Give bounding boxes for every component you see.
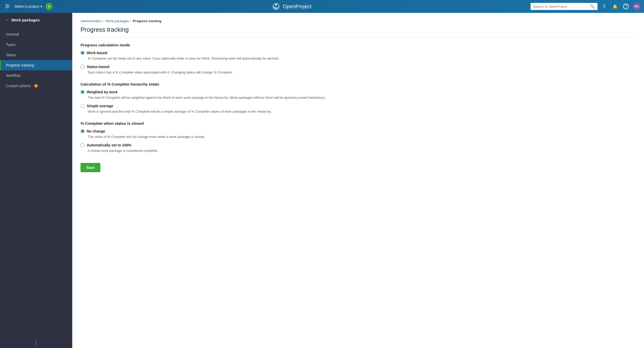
section-title-progress-calculation-mode: Progress calculation mode (81, 43, 636, 47)
radio-no-change[interactable] (81, 129, 85, 133)
openproject-logo-icon (271, 2, 281, 11)
breadcrumb-sep-2: / (130, 19, 131, 23)
radio-auto-100[interactable] (81, 143, 85, 147)
bell-icon: 🔔 (613, 4, 618, 9)
sidebar-nav: General Types Status Progress tracking W… (0, 27, 72, 337)
breadcrumb-sep-1: / (103, 19, 104, 23)
hamburger-icon: ☰ (5, 4, 9, 9)
avatar[interactable]: OA (633, 2, 641, 11)
desc-status-based: Each status has a % Complete value assoc… (88, 70, 636, 75)
breadcrumb-current: Progress tracking (133, 19, 162, 23)
label-simple-average[interactable]: Simple average (87, 104, 113, 108)
sidebar-item-status[interactable]: Status (0, 50, 72, 60)
help-circle-icon: ? (623, 4, 629, 9)
desc-no-change: The value of % Complete will not change … (88, 134, 636, 139)
resize-icon: ‖ (35, 340, 37, 345)
radio-simple-average[interactable] (81, 104, 85, 108)
breadcrumb-work-packages-link[interactable]: Work packages (106, 19, 129, 23)
label-work-based[interactable]: Work-based (87, 51, 107, 55)
add-icon: + (47, 4, 51, 9)
search-input[interactable] (533, 5, 588, 9)
hamburger-menu-button[interactable]: ☰ (3, 2, 11, 11)
section-hierarchy-totals: Calculation of % Complete hierarchy tota… (81, 82, 636, 114)
logo-text: OpenProject (283, 4, 311, 10)
sidebar-item-general-label: General (6, 32, 19, 36)
desc-auto-100: A closed work package is considered comp… (88, 148, 636, 153)
option-simple-average: Simple average Work is ignored and the t… (81, 104, 636, 114)
sidebar-item-progress-tracking-label: Progress tracking (6, 63, 34, 67)
sidebar-resize-handle[interactable]: ‖ (0, 337, 72, 348)
desc-work-based: % Complete can be freely set to any valu… (88, 56, 636, 61)
search-box[interactable]: 🔍 (530, 3, 598, 10)
apps-grid-icon: ⠿ (603, 4, 606, 9)
back-arrow-icon: ← (5, 18, 9, 22)
label-weighted-by-work[interactable]: Weighted by work (87, 90, 118, 94)
help-button[interactable]: ? (622, 2, 630, 11)
radio-status-based[interactable] (81, 65, 85, 69)
option-work-based: Work-based % Complete can be freely set … (81, 51, 636, 61)
notifications-button[interactable]: 🔔 (611, 2, 619, 11)
option-weighted-by-work: Weighted by work The total % Complete wi… (81, 90, 636, 100)
section-progress-calculation-mode: Progress calculation mode Work-based % C… (81, 43, 636, 75)
avatar-initials: OA (634, 5, 639, 8)
option-auto-100: Automatically set to 100% A closed work … (81, 143, 636, 153)
option-no-change: No change The value of % Complete will n… (81, 129, 636, 139)
sidebar-item-custom-actions[interactable]: Custom actions 🔶 (0, 81, 72, 91)
sidebar-back-button[interactable]: ← Work packages (0, 13, 72, 27)
apps-grid-button[interactable]: ⠿ (600, 2, 608, 11)
logo: OpenProject (271, 2, 311, 11)
label-no-change[interactable]: No change (87, 129, 105, 133)
custom-actions-icon: 🔶 (34, 84, 38, 88)
search-icon: 🔍 (590, 4, 595, 9)
sidebar-item-custom-actions-label: Custom actions (6, 84, 31, 88)
save-button[interactable]: Save (81, 163, 100, 172)
section-complete-when-closed: % Complete when status is closed No chan… (81, 121, 636, 153)
radio-work-based[interactable] (81, 51, 85, 55)
option-status-based: Status-based Each status has a % Complet… (81, 65, 636, 75)
project-selector-chevron-icon: ▾ (41, 4, 42, 9)
breadcrumb-admin-link[interactable]: Administration (81, 19, 102, 23)
sidebar-item-types[interactable]: Types (0, 39, 72, 50)
main-content: Administration / Work packages / Progres… (72, 13, 644, 348)
topbar: ☰ Select a project ▾ + OpenProject 🔍 ⠿ (0, 0, 644, 13)
label-status-based[interactable]: Status-based (87, 65, 109, 69)
sidebar-item-workflow[interactable]: Workflow (0, 70, 72, 81)
sidebar-item-workflow-label: Workflow (6, 73, 21, 78)
breadcrumb: Administration / Work packages / Progres… (81, 19, 636, 23)
section-title-complete-when-closed: % Complete when status is closed (81, 121, 636, 126)
desc-simple-average: Work is ignored and the total % Complete… (88, 109, 636, 114)
desc-weighted-by-work: The total % Complete will be weighted ag… (88, 95, 636, 100)
page-title: Progress tracking (81, 26, 636, 38)
label-auto-100[interactable]: Automatically set to 100% (87, 143, 131, 147)
sidebar: ← Work packages General Types Status Pro… (0, 13, 72, 348)
section-title-hierarchy-totals: Calculation of % Complete hierarchy tota… (81, 82, 636, 86)
sidebar-item-general[interactable]: General (0, 29, 72, 39)
sidebar-back-label: Work packages (11, 18, 40, 22)
radio-weighted-by-work[interactable] (81, 90, 85, 94)
project-selector-label: Select a project (14, 4, 39, 9)
add-project-button[interactable]: + (45, 3, 53, 10)
sidebar-item-types-label: Types (6, 43, 15, 47)
project-selector-button[interactable]: Select a project ▾ (14, 4, 42, 9)
main-layout: ← Work packages General Types Status Pro… (0, 13, 644, 348)
sidebar-item-progress-tracking[interactable]: Progress tracking (0, 60, 72, 70)
sidebar-item-status-label: Status (6, 53, 16, 57)
